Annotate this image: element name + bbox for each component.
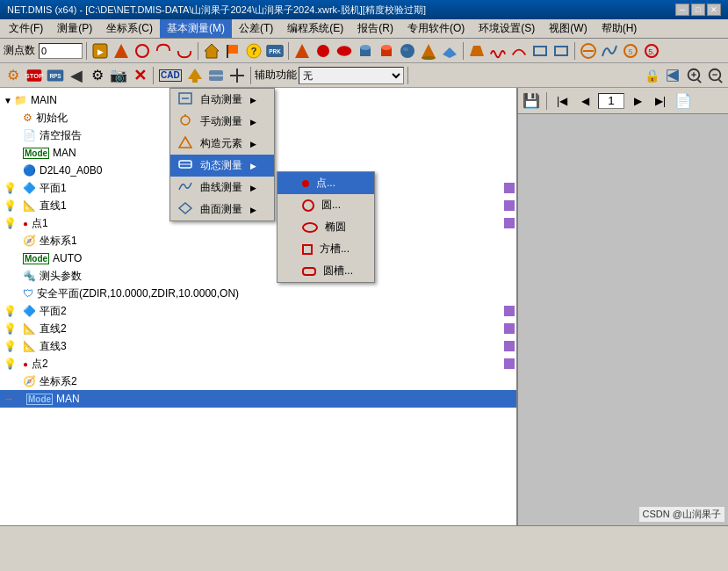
toolbar-row-1: 测点数 ▶ ? PRK [0, 39, 728, 63]
title-text: NET.DMIS (x64) - [C:\DE\NET.DMIS-DATA\山润… [7, 4, 426, 17]
right-new-page[interactable]: 📄 [674, 91, 693, 111]
tb-cylinder-red[interactable] [377, 41, 396, 61]
tb-x-icon[interactable]: ✕ [130, 66, 149, 85]
page-number-input[interactable] [598, 93, 624, 109]
tb-s1[interactable] [579, 41, 598, 61]
tb-help-icon[interactable]: ? [244, 41, 263, 61]
tree-item-probe-params[interactable]: 🔩 测头参数 [0, 267, 516, 285]
sep-4 [463, 42, 464, 60]
menu-tolerance[interactable]: 公差(T) [232, 19, 280, 38]
submenu-ellipse[interactable]: 椭圆 [278, 216, 374, 238]
tb-cad-icon1[interactable] [185, 66, 205, 85]
submenu-rounded-rect[interactable]: 圆槽... [278, 260, 374, 282]
tb-cad-cross[interactable] [227, 66, 247, 85]
menu-help[interactable]: 帮助(H) [595, 19, 645, 38]
tb-init-btn[interactable]: ⚙ [4, 66, 23, 85]
nav-first[interactable]: |◀ [552, 91, 572, 111]
menu-surface-measure[interactable]: 曲面测量 [170, 199, 274, 220]
tb-icon-3[interactable] [133, 41, 152, 61]
tree-item-coord2[interactable]: 🧭 坐标系2 [0, 372, 516, 390]
menu-basic[interactable]: 基本测量(M) [160, 19, 232, 38]
dot-shape [302, 180, 309, 187]
nav-next[interactable]: ▶ [628, 91, 647, 111]
menu-dynamic-measure[interactable]: 动态测量 [170, 155, 274, 177]
tb-s2[interactable] [600, 41, 619, 61]
tb-settings[interactable]: ⚙ [88, 66, 107, 85]
tb-icon-1[interactable]: ▶ [90, 41, 110, 61]
tree-item-auto[interactable]: Mode AUTO [0, 249, 516, 267]
tree-label-coord1: 坐标系1 [40, 234, 77, 249]
svg-point-15 [360, 45, 371, 50]
tb-icon-5[interactable] [175, 41, 194, 61]
watermark: CSDN @山润果子 [639, 507, 724, 522]
tb-arc2[interactable] [509, 41, 529, 61]
nav-prev[interactable]: ◀ [575, 91, 595, 111]
tb-cad-icon2[interactable] [206, 66, 226, 85]
tree-item-man2[interactable]: → Mode MAN [0, 390, 516, 408]
menu-program[interactable]: 编程系统(E) [280, 19, 350, 38]
tb-plane-icon[interactable] [440, 41, 459, 61]
tree-item-line2[interactable]: 💡 📐 直线2 [0, 320, 516, 337]
tb-prk-icon[interactable]: PRK [265, 41, 285, 61]
square-shape [302, 244, 313, 255]
tb-s4[interactable]: 5. [642, 41, 661, 61]
tb-arrow-left[interactable]: ◀ [67, 66, 86, 85]
right-toolbar: 💾 |◀ ◀ ▶ ▶| 📄 [518, 88, 728, 114]
aux-select[interactable]: 无 [299, 67, 404, 84]
submenu-circle[interactable]: 圆... [278, 194, 374, 216]
tree-item-point2[interactable]: 💡 ● 点2 [0, 355, 516, 372]
submenu-square[interactable]: 方槽... [278, 238, 374, 260]
tb-taper[interactable] [467, 41, 487, 61]
tree-item-line3[interactable]: 💡 📐 直线3 [0, 337, 516, 355]
tb-nav-lock[interactable]: 🔒 [642, 66, 661, 85]
tb-cone[interactable] [419, 41, 438, 61]
tb-ellipse-red[interactable] [335, 41, 354, 61]
tree-label-d2l40: D2L40_A0B0 [40, 164, 102, 177]
tb-sphere-blue[interactable] [398, 41, 417, 61]
tb-circle-red[interactable] [314, 41, 333, 61]
close-button[interactable]: ✕ [707, 4, 721, 16]
svg-text:▶: ▶ [97, 47, 104, 56]
minimize-button[interactable]: ─ [675, 4, 689, 16]
tree-item-coord1[interactable]: 🧭 坐标系1 [0, 232, 516, 249]
tb-zoom-out[interactable] [705, 66, 724, 85]
tb-flag-icon[interactable] [223, 41, 242, 61]
window-controls: ─ □ ✕ [675, 4, 721, 16]
tb-camera[interactable]: 📷 [109, 66, 128, 85]
menu-file[interactable]: 文件(F) [2, 19, 50, 38]
tb-shape-1[interactable] [292, 41, 312, 61]
menu-report[interactable]: 报告(R) [350, 19, 400, 38]
menu-env[interactable]: 环境设置(S) [472, 19, 542, 38]
menu-construct[interactable]: 构造元素 [170, 133, 274, 155]
menu-auto-measure[interactable]: 自动测量 [170, 89, 274, 111]
tb-wave[interactable] [488, 41, 508, 61]
submenu-point[interactable]: 点... [278, 172, 374, 194]
menu-manual-measure[interactable]: 手动测量 [170, 111, 274, 133]
tree-arrow-main: ▼ [4, 96, 14, 105]
menu-coordinate[interactable]: 坐标系(C) [99, 19, 160, 38]
tree-label-auto: AUTO [53, 252, 82, 264]
tb-rect2[interactable] [551, 41, 571, 61]
menu-curve-measure[interactable]: 曲线测量 [170, 177, 274, 199]
tree-item-safety-plane[interactable]: 🛡 安全平面(ZDIR,10.0000,ZDIR,10.0000,ON) [0, 285, 516, 302]
tb-zoom-in[interactable] [684, 66, 703, 85]
tree-label-plane2: 平面2 [40, 304, 67, 319]
measure-count-input[interactable] [39, 43, 83, 59]
tb-rps-btn[interactable]: RPS [46, 66, 65, 85]
menu-measure[interactable]: 测量(P) [50, 19, 99, 38]
tb-s3[interactable]: 5 [621, 41, 640, 61]
menu-special[interactable]: 专用软件(O) [400, 19, 472, 38]
maximize-button[interactable]: □ [691, 4, 705, 16]
tb-icon-2[interactable] [112, 41, 131, 61]
tb-rect[interactable] [530, 41, 550, 61]
mode-icon-auto: Mode [23, 253, 49, 264]
tb-house-icon[interactable] [202, 41, 221, 61]
tree-item-plane2[interactable]: 💡 🔷 平面2 [0, 302, 516, 320]
right-save-icon[interactable]: 💾 [522, 91, 541, 111]
tb-nav-arrow[interactable] [663, 66, 682, 85]
tb-icon-4[interactable] [154, 41, 173, 61]
tb-stop-btn[interactable]: STOP [25, 66, 44, 85]
menu-view[interactable]: 视图(W) [542, 19, 594, 38]
nav-last[interactable]: ▶| [651, 91, 670, 111]
tb-cylinder-blue[interactable] [356, 41, 375, 61]
